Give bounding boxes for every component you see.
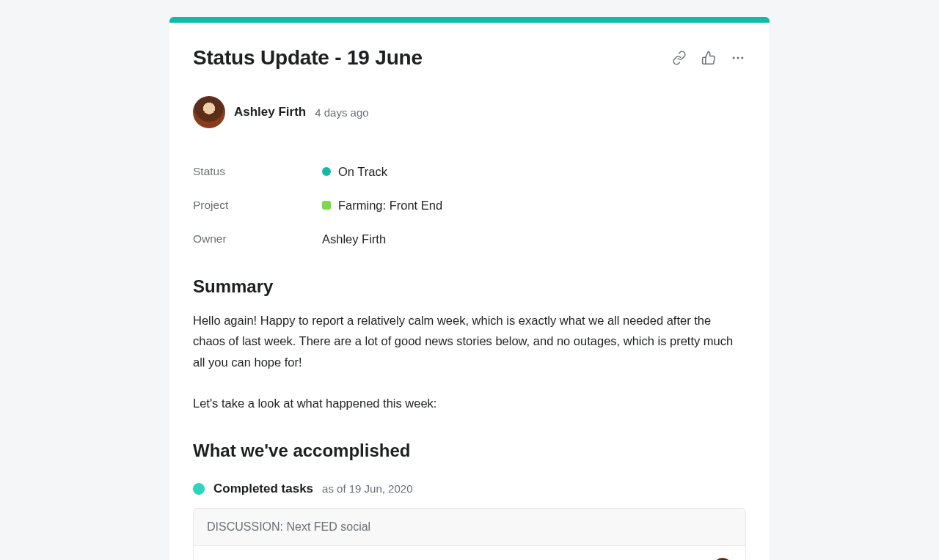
meta-row-status: Status On Track bbox=[193, 155, 746, 188]
card-accent-bar bbox=[169, 17, 770, 23]
svg-point-1 bbox=[737, 57, 739, 59]
task-title: DISCUSSION: Next FED social bbox=[207, 520, 732, 534]
svg-point-0 bbox=[733, 57, 735, 59]
summary-paragraph-1: Hello again! Happy to report a relativel… bbox=[193, 310, 746, 372]
author-row: Ashley Firth 4 days ago bbox=[193, 96, 746, 128]
meta-value-owner[interactable]: Ashley Firth bbox=[322, 232, 386, 246]
task-list: DISCUSSION: Next FED social Update copy … bbox=[193, 508, 746, 561]
completed-tasks-header: Completed tasks as of 19 Jun, 2020 bbox=[193, 482, 746, 496]
author-name[interactable]: Ashley Firth bbox=[234, 105, 306, 119]
meta-value-status[interactable]: On Track bbox=[322, 165, 387, 179]
posted-timestamp: 4 days ago bbox=[315, 106, 368, 119]
author-avatar[interactable] bbox=[193, 96, 225, 128]
meta-label-status: Status bbox=[193, 165, 322, 178]
meta-label-owner: Owner bbox=[193, 232, 322, 246]
title-row: Status Update - 19 June bbox=[193, 46, 746, 70]
like-icon[interactable] bbox=[701, 50, 717, 66]
task-row[interactable]: Update copy in comms and site about chan… bbox=[194, 545, 745, 561]
meta-value-project[interactable]: Farming: Front End bbox=[322, 199, 442, 213]
svg-point-2 bbox=[741, 57, 743, 59]
project-color-icon bbox=[322, 201, 331, 210]
status-dot-icon bbox=[322, 167, 331, 176]
meta-row-owner: Owner Ashley Firth bbox=[193, 222, 746, 256]
owner-text: Ashley Firth bbox=[322, 232, 386, 246]
meta-row-project: Project Farming: Front End bbox=[193, 188, 746, 222]
project-text: Farming: Front End bbox=[338, 199, 442, 213]
page-title: Status Update - 19 June bbox=[193, 46, 423, 70]
completed-tasks-asof: as of 19 Jun, 2020 bbox=[322, 482, 412, 495]
completed-tasks-title: Completed tasks bbox=[213, 482, 313, 496]
accomplished-heading: What we've accomplished bbox=[193, 441, 746, 461]
summary-heading: Summary bbox=[193, 276, 746, 297]
summary-paragraph-2: Let's take a look at what happened this … bbox=[193, 393, 746, 413]
task-row[interactable]: DISCUSSION: Next FED social bbox=[194, 509, 745, 545]
title-actions bbox=[671, 50, 746, 66]
completed-dot-icon bbox=[193, 483, 205, 495]
meta-label-project: Project bbox=[193, 199, 322, 212]
meta-table: Status On Track Project Farming: Front E… bbox=[193, 155, 746, 256]
copy-link-icon[interactable] bbox=[671, 50, 687, 66]
status-update-card: Status Update - 19 June bbox=[169, 17, 770, 560]
status-text: On Track bbox=[338, 165, 387, 179]
more-actions-icon[interactable] bbox=[730, 50, 746, 66]
assignee-avatar[interactable] bbox=[713, 558, 732, 561]
